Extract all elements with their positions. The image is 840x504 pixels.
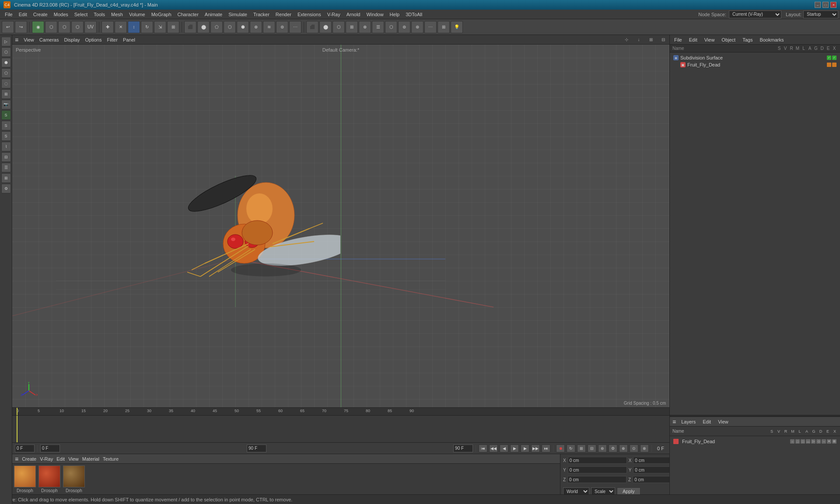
scale-tool-button[interactable]: ⇲	[154, 21, 166, 33]
pb-btn-2[interactable]: ⊟	[588, 444, 596, 452]
vp-menu-panel[interactable]: Panel	[123, 37, 135, 42]
play-forward-button[interactable]: ▶▶	[531, 444, 540, 452]
mat-menu-texture[interactable]: Texture	[103, 456, 119, 462]
sidebar-btn-s3[interactable]: S	[1, 131, 11, 141]
create-tool-button[interactable]: ✚	[102, 21, 114, 33]
timeline-track[interactable]	[12, 416, 669, 442]
menu-arnold[interactable]: Arnold	[343, 11, 364, 18]
sidebar-btn-camera[interactable]: 📷	[1, 100, 11, 109]
sidebar-btn-arrow[interactable]: ▷	[1, 37, 11, 46]
tab-tags[interactable]: Tags	[741, 36, 754, 43]
render-btn-5[interactable]: ⊕	[359, 21, 371, 33]
point-mode-button[interactable]: ⬡	[45, 21, 57, 33]
viewport-main[interactable]: Perspective Default Camera:* Grid Spacin…	[12, 45, 669, 407]
menu-help[interactable]: Help	[387, 11, 403, 18]
pb-btn-5[interactable]: ⊕	[619, 444, 628, 452]
tab-edit[interactable]: Edit	[687, 36, 699, 43]
vp-menu-cameras[interactable]: Cameras	[39, 37, 59, 42]
step-forward-button[interactable]: ▶	[521, 444, 529, 452]
loop-button[interactable]: ↻	[567, 444, 575, 452]
menu-mograph[interactable]: MoGraph	[148, 11, 175, 18]
frame-end-max-input[interactable]	[247, 444, 266, 452]
tab-bookmarks[interactable]: Bookmarks	[758, 36, 785, 43]
tree-item-subdivision[interactable]: ◈ Subdivision Surface ✓ ✓	[672, 54, 838, 61]
menu-3dtoall[interactable]: 3DToAll	[402, 11, 425, 18]
play-back-button[interactable]: ◀◀	[489, 444, 498, 452]
menu-tools[interactable]: Tools	[91, 11, 108, 18]
menu-mesh[interactable]: Mesh	[108, 11, 126, 18]
vp-menu-view[interactable]: View	[24, 37, 34, 42]
coord-y-pos-input[interactable]	[568, 466, 627, 473]
pb-btn-7[interactable]: ⊗	[640, 444, 649, 452]
object-btn-2[interactable]: ⬤	[197, 21, 210, 33]
vp-icon-1[interactable]: ⊹	[623, 36, 630, 43]
viewport-menu-icon[interactable]: ≡	[15, 36, 18, 43]
redo-button[interactable]: ↪	[15, 21, 27, 33]
object-btn-4[interactable]: ⬡	[224, 21, 236, 33]
frame-current-input[interactable]	[15, 444, 35, 452]
menu-render[interactable]: Render	[273, 11, 294, 18]
tab-file[interactable]: File	[672, 36, 684, 43]
edge-mode-button[interactable]: ⬡	[58, 21, 70, 33]
play-button[interactable]: ▶	[510, 444, 519, 452]
select-tool-button[interactable]: ✕	[115, 21, 127, 33]
menu-edit[interactable]: Edit	[16, 11, 30, 18]
timeline-ruler[interactable]: 0 5 10 15 20 25 30 35 40 45 50 55 60 65 …	[12, 408, 669, 416]
maximize-button[interactable]: □	[822, 2, 829, 8]
sidebar-btn-brush[interactable]: ⌇	[1, 142, 11, 151]
mat-menu-vray[interactable]: V-Ray	[40, 456, 53, 462]
step-back-button[interactable]: ◀	[500, 444, 508, 452]
coord-x-pos-input[interactable]	[568, 457, 627, 464]
nodespace-select[interactable]: Current (V-Ray)	[729, 10, 781, 18]
record-button[interactable]: ⏺	[556, 444, 565, 452]
polygon-mode-button[interactable]: ⬡	[71, 21, 84, 33]
frame-start-input[interactable]	[40, 444, 60, 452]
sidebar-btn-nurbs[interactable]: ⬠	[1, 68, 11, 78]
tree-item-fruitfly[interactable]: ▣ Fruit_Fly_Dead	[672, 61, 838, 68]
render-btn-1[interactable]: ⬛	[306, 21, 318, 33]
sidebar-btn-paint[interactable]: ⊟	[1, 152, 11, 162]
sidebar-btn-s[interactable]: S	[1, 110, 11, 120]
render-btn-4[interactable]: ⊞	[346, 21, 358, 33]
sidebar-btn-spline[interactable]: ◌	[1, 79, 11, 88]
menu-character[interactable]: Character	[175, 11, 202, 18]
pb-btn-3[interactable]: ⊛	[598, 444, 607, 452]
menu-vray[interactable]: V-Ray	[324, 11, 343, 18]
material-item-2[interactable]: Drosoph	[38, 466, 60, 493]
material-item-1[interactable]: Drosoph	[14, 466, 36, 493]
minimize-button[interactable]: –	[815, 2, 821, 8]
frame-end-input[interactable]	[453, 444, 473, 452]
pb-btn-1[interactable]: ⊞	[577, 444, 586, 452]
menu-extensions[interactable]: Extensions	[294, 11, 324, 18]
close-button[interactable]: ✕	[830, 2, 836, 8]
sidebar-btn-poly[interactable]: ⬢	[1, 58, 11, 67]
menu-simulate[interactable]: Simulate	[225, 11, 250, 18]
pb-btn-6[interactable]: ⊙	[630, 444, 638, 452]
mat-menu-edit[interactable]: Edit	[56, 456, 65, 462]
goto-start-button[interactable]: ⏮	[479, 444, 487, 452]
layer-row-fruitfly[interactable]: Fruit_Fly_Dead ○ □ □ — ▷ ◇ → ✕ ⊞	[672, 438, 838, 445]
layout-select[interactable]: Startup	[803, 10, 838, 18]
material-thumb-3[interactable]	[63, 466, 85, 487]
layers-view-tab[interactable]: View	[716, 418, 730, 425]
vp-icon-4[interactable]: ⊟	[660, 36, 667, 43]
object-btn-5[interactable]: ⬢	[237, 21, 249, 33]
render-btn-10[interactable]: ⋯	[424, 21, 437, 33]
tab-view[interactable]: View	[703, 36, 717, 43]
mat-menu-material[interactable]: Material	[82, 456, 99, 462]
render-btn-8[interactable]: ⊚	[398, 21, 410, 33]
sidebar-btn-deform[interactable]: ⊞	[1, 89, 11, 99]
object-btn-8[interactable]: ⊚	[276, 21, 288, 33]
render-btn-2[interactable]: ⬤	[319, 21, 332, 33]
material-thumb-2[interactable]	[38, 466, 60, 487]
pb-btn-4[interactable]: ⚙	[609, 444, 617, 452]
render-btn-11[interactable]: ⊞	[438, 21, 450, 33]
mat-menu-create[interactable]: Create	[22, 456, 36, 462]
menu-file[interactable]: File	[2, 11, 16, 18]
vp-menu-display[interactable]: Display	[64, 37, 80, 42]
render-btn-9[interactable]: ⊛	[411, 21, 424, 33]
menu-select[interactable]: Select	[71, 11, 91, 18]
render-btn-3[interactable]: ⬡	[332, 21, 345, 33]
menu-animate[interactable]: Animate	[202, 11, 225, 18]
vp-icon-2[interactable]: ↓	[635, 36, 642, 43]
